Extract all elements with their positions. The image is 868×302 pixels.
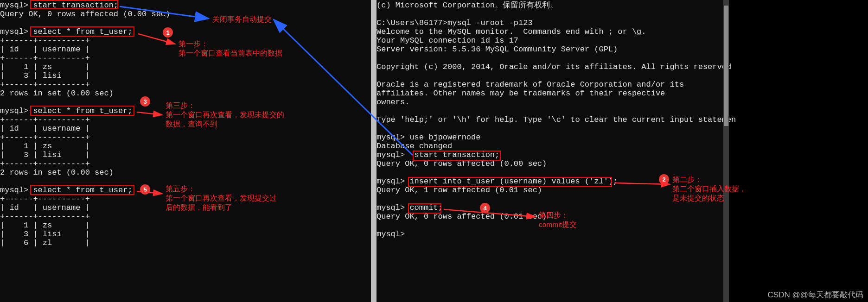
terminal-left-text: mysql> start transaction; Query OK, 0 ro…	[0, 1, 170, 247]
anno-step1-title: 第一步：	[179, 39, 208, 49]
anno-step5-body1: 第一个窗口再次查看，发现提交过	[166, 194, 277, 203]
badge-3: 3	[140, 96, 150, 107]
pane-divider[interactable]	[371, 0, 377, 302]
badge-2: 2	[659, 174, 669, 184]
anno-step4-title: 第四步：	[539, 211, 568, 220]
anno-step5-title: 第五步：	[166, 184, 195, 194]
anno-step1-body: 第一个窗口查看当前表中的数据	[179, 49, 282, 58]
terminal-right-text: (c) Microsoft Corporation。保留所有权利。 C:\Use…	[377, 1, 736, 239]
badge-4: 4	[480, 203, 490, 213]
anno-close-auto: 关闭事务自动提交	[212, 15, 272, 24]
anno-step2-body2: 是未提交的状态	[672, 194, 724, 203]
anno-step4-body: commit提交	[539, 220, 577, 229]
scrollbar-right[interactable]	[723, 0, 729, 302]
badge-1: 1	[163, 27, 173, 38]
watermark: CSDN @@每天都要敲代码	[768, 290, 863, 299]
badge-5: 5	[140, 184, 150, 195]
scrollbar-thumb[interactable]	[724, 6, 728, 126]
anno-step3-body2: 数据，查询不到	[166, 120, 217, 129]
anno-step2-title: 第二步：	[672, 175, 702, 184]
anno-step3-title: 第三步：	[166, 101, 195, 110]
anno-step5-body2: 后的数据，能看到了	[166, 203, 232, 212]
anno-step3-body1: 第一个窗口再次查看，发现未提交的	[166, 110, 284, 120]
anno-step2-body1: 第二个窗口插入数据，	[672, 184, 747, 194]
terminal-right[interactable]: (c) Microsoft Corporation。保留所有权利。 C:\Use…	[377, 0, 729, 302]
